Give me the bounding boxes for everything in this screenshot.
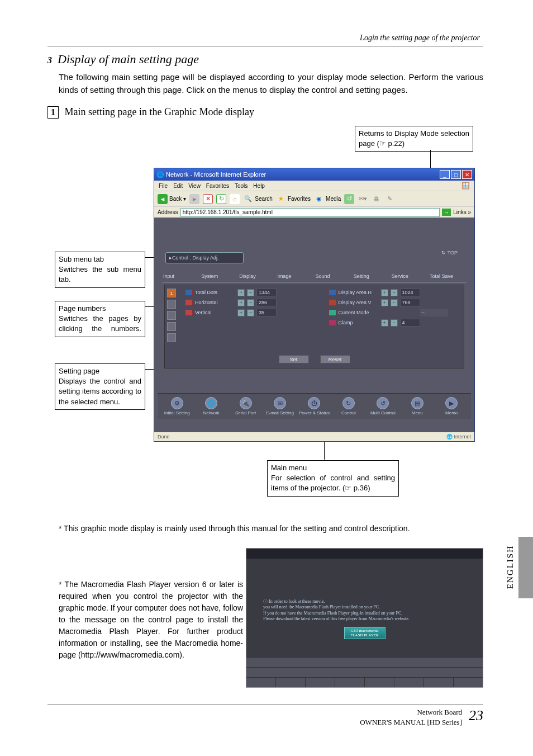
plus-button[interactable]: +	[237, 299, 245, 306]
value-box[interactable]: 286	[256, 299, 277, 306]
plus-button[interactable]: +	[237, 309, 245, 316]
value-box[interactable]: 1344	[256, 289, 277, 296]
page-footer: Network Board OWNER'S MANUAL [HD Series]…	[47, 705, 483, 727]
minus-button[interactable]: −	[247, 289, 254, 296]
language-label: ENGLISH	[506, 545, 515, 589]
history-button[interactable]: ↺	[344, 194, 354, 204]
page-num-3[interactable]	[167, 311, 176, 320]
mm-initial[interactable]: ⚙Initial Setting	[160, 397, 194, 415]
mail-button[interactable]: ✉▾	[358, 194, 368, 204]
plus-button[interactable]: +	[381, 319, 388, 327]
menu-favorites[interactable]: Favorites	[206, 183, 229, 189]
links-label[interactable]: Links »	[453, 209, 471, 215]
status-right: 🌐 Internet	[446, 434, 471, 440]
browser-window: 🌐 Network - Microsoft Internet Explorer …	[154, 168, 475, 442]
minimize-button[interactable]: _	[440, 170, 450, 179]
label: Current Mode	[339, 310, 379, 315]
tab-input[interactable]: Input	[162, 271, 200, 282]
menu-help[interactable]: Help	[253, 183, 265, 189]
address-bar: Address → Links »	[154, 206, 474, 218]
value-box[interactable]: 768	[400, 299, 420, 306]
header-rule	[47, 46, 483, 46]
reset-button[interactable]: Reset	[320, 355, 350, 363]
maximize-button[interactable]: □	[451, 170, 461, 179]
value-box[interactable]: 4	[400, 319, 420, 327]
address-label: Address	[158, 209, 178, 215]
menu-view[interactable]: View	[188, 183, 201, 189]
tab-sound[interactable]: Sound	[315, 271, 353, 282]
tab-totalsave[interactable]: Total Save	[429, 271, 467, 282]
tab-system[interactable]: System	[200, 271, 238, 282]
tab-image[interactable]: Image	[276, 271, 314, 282]
menu-tools[interactable]: Tools	[235, 183, 248, 189]
setting-icon	[329, 309, 336, 316]
menu-file[interactable]: File	[159, 183, 168, 189]
status-left: Done	[158, 434, 170, 440]
callout-pages: Page numbers Switches the pages by click…	[55, 301, 145, 337]
toolbar: ◄Back ▾ ► ✕ ↻ ⌂ 🔍Search ★Favorites ◉Medi…	[154, 191, 474, 206]
home-button[interactable]: ⌂	[230, 194, 240, 204]
page-num-2[interactable]	[167, 300, 176, 309]
print-button[interactable]: 🖶	[371, 194, 381, 204]
close-button[interactable]: ✕	[462, 170, 472, 179]
go-button[interactable]: →	[442, 209, 451, 216]
value-box[interactable]: 35	[256, 309, 277, 316]
sub-heading: 1 Main setting page in the Graphic Mode …	[47, 106, 254, 119]
label: Display Area V	[339, 300, 379, 305]
address-input[interactable]	[180, 208, 440, 217]
back-button[interactable]: ◄Back ▾	[158, 194, 186, 204]
edit-button[interactable]: ✎	[384, 194, 394, 204]
mm-control[interactable]: ↻Control	[331, 397, 365, 415]
status-bar: Done 🌐 Internet	[154, 432, 474, 441]
mm-memo[interactable]: ▶Memo	[435, 397, 469, 415]
label: Horizontal	[195, 300, 235, 305]
value-box: –	[420, 309, 448, 316]
page-num-5[interactable]	[167, 333, 176, 342]
favorites-button[interactable]: ★Favorites	[276, 194, 311, 204]
plus-button[interactable]: +	[381, 289, 388, 296]
refresh-button[interactable]: ↻	[216, 194, 226, 204]
submenu-tab[interactable]: ▸ Control : Display Adj.	[165, 252, 244, 263]
page-num-1[interactable]: 1	[167, 289, 176, 297]
tab-service[interactable]: Service	[391, 271, 429, 282]
setting-grid: Total Dots + − 1344 Display Area H + − 1…	[185, 289, 460, 327]
top-link[interactable]: ↻ TOP	[441, 250, 458, 256]
forward-button[interactable]: ►	[189, 194, 199, 204]
mm-power[interactable]: ⏻Power & Status	[297, 397, 331, 415]
step-body: The following main setting page will be …	[59, 71, 483, 96]
get-flash-button[interactable]: GET macromedia FLASH PLAYER	[344, 627, 386, 639]
label: Vertical	[195, 310, 235, 315]
stop-button[interactable]: ✕	[203, 194, 213, 204]
menu-edit[interactable]: Edit	[173, 183, 183, 189]
tab-setting[interactable]: Setting	[353, 271, 391, 282]
minus-button[interactable]: −	[391, 289, 398, 296]
mm-email[interactable]: ✉E-mail Setting	[263, 397, 297, 415]
setting-panel: 1 Total Dots + − 1344 Display Area H +	[164, 285, 464, 368]
step-number: 3	[47, 55, 52, 65]
callout-return: Returns to Display Mode selection page (…	[355, 126, 473, 152]
footnote-1: * This graphic mode display is mainly us…	[59, 523, 480, 535]
mm-menu[interactable]: ▤Menu	[400, 397, 434, 415]
mm-multi[interactable]: ↺Multi Control	[366, 397, 400, 415]
media-button[interactable]: ◉Media	[314, 194, 341, 204]
row-total-dots: Total Dots + − 1344	[185, 289, 317, 296]
label: Total Dots	[195, 290, 235, 295]
mm-network[interactable]: 🌐Network	[194, 397, 228, 415]
mm-serial[interactable]: 🔌Serial Port	[229, 397, 263, 415]
tab-display[interactable]: Display	[238, 271, 276, 282]
step-heading: 3 Display of main setting page	[47, 52, 483, 67]
row-current-mode: Current Mode –	[329, 309, 461, 316]
minus-button[interactable]: −	[247, 309, 254, 316]
search-button[interactable]: 🔍Search	[243, 194, 273, 204]
plus-button[interactable]: +	[381, 299, 388, 306]
minus-button[interactable]: −	[391, 299, 398, 306]
plus-button[interactable]: +	[237, 289, 245, 296]
setting-icon	[329, 319, 336, 326]
minus-button[interactable]: −	[247, 299, 254, 306]
side-language-tab	[518, 537, 533, 598]
value-box[interactable]: 1024	[400, 289, 420, 296]
menubar: File Edit View Favorites Tools Help 🪟	[154, 181, 474, 191]
minus-button[interactable]: −	[391, 319, 398, 327]
page-num-4[interactable]	[167, 322, 176, 331]
set-button[interactable]: Set	[279, 355, 309, 363]
